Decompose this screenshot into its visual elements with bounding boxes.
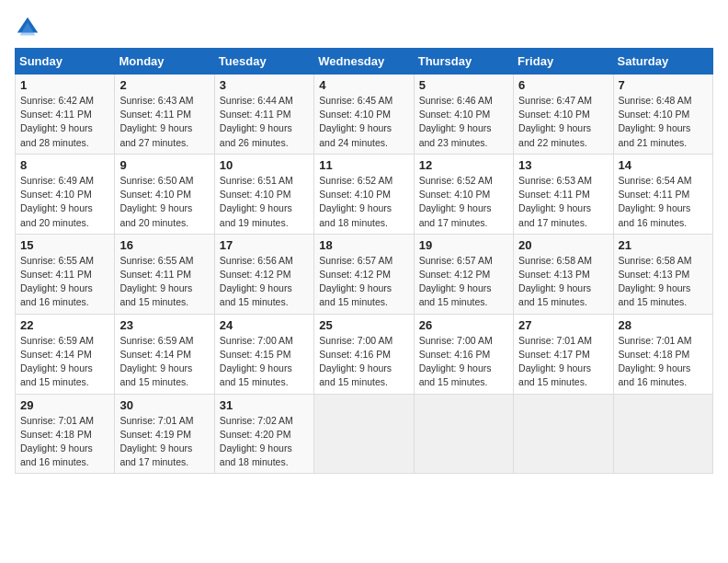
- day-number: 17: [220, 238, 309, 252]
- day-number: 23: [119, 318, 209, 332]
- header-tuesday: Tuesday: [214, 49, 313, 75]
- calendar-cell: 8Sunrise: 6:49 AMSunset: 4:10 PMDaylight…: [16, 154, 115, 234]
- day-info: Sunrise: 6:56 AMSunset: 4:12 PMDaylight:…: [220, 254, 309, 310]
- day-info: Sunrise: 6:47 AMSunset: 4:10 PMDaylight:…: [518, 94, 608, 150]
- calendar-cell: 26Sunrise: 7:00 AMSunset: 4:16 PMDayligh…: [414, 314, 513, 394]
- day-number: 30: [119, 398, 209, 412]
- day-number: 2: [119, 78, 209, 92]
- day-info: Sunrise: 6:55 AMSunset: 4:11 PMDaylight:…: [20, 254, 109, 310]
- calendar-cell: 22Sunrise: 6:59 AMSunset: 4:14 PMDayligh…: [16, 314, 115, 394]
- day-info: Sunrise: 7:01 AMSunset: 4:19 PMDaylight:…: [119, 414, 209, 470]
- calendar-cell: 30Sunrise: 7:01 AMSunset: 4:19 PMDayligh…: [115, 394, 214, 474]
- day-number: 31: [220, 398, 309, 412]
- calendar-cell: 24Sunrise: 7:00 AMSunset: 4:15 PMDayligh…: [214, 314, 313, 394]
- header-saturday: Saturday: [613, 49, 712, 75]
- calendar-cell: [414, 394, 513, 474]
- day-info: Sunrise: 6:49 AMSunset: 4:10 PMDaylight:…: [20, 174, 109, 230]
- day-number: 24: [220, 318, 309, 332]
- day-number: 26: [419, 318, 508, 332]
- calendar-cell: 7Sunrise: 6:48 AMSunset: 4:10 PMDaylight…: [613, 75, 712, 155]
- calendar-cell: 4Sunrise: 6:45 AMSunset: 4:10 PMDaylight…: [314, 75, 414, 155]
- calendar-cell: 3Sunrise: 6:44 AMSunset: 4:11 PMDaylight…: [214, 75, 313, 155]
- day-info: Sunrise: 6:57 AMSunset: 4:12 PMDaylight:…: [419, 254, 508, 310]
- header-thursday: Thursday: [414, 49, 513, 75]
- calendar-cell: 23Sunrise: 6:59 AMSunset: 4:14 PMDayligh…: [115, 314, 214, 394]
- day-info: Sunrise: 6:54 AMSunset: 4:11 PMDaylight:…: [619, 174, 708, 230]
- calendar-cell: 28Sunrise: 7:01 AMSunset: 4:18 PMDayligh…: [613, 314, 712, 394]
- day-info: Sunrise: 6:43 AMSunset: 4:11 PMDaylight:…: [119, 94, 209, 150]
- calendar-cell: 20Sunrise: 6:58 AMSunset: 4:13 PMDayligh…: [514, 234, 613, 314]
- header-sunday: Sunday: [16, 49, 115, 75]
- day-number: 14: [619, 158, 708, 172]
- calendar-cell: 6Sunrise: 6:47 AMSunset: 4:10 PMDaylight…: [514, 75, 613, 155]
- calendar-cell: 13Sunrise: 6:53 AMSunset: 4:11 PMDayligh…: [514, 154, 613, 234]
- header-wednesday: Wednesday: [314, 49, 414, 75]
- calendar-table: SundayMondayTuesdayWednesdayThursdayFrid…: [15, 48, 713, 474]
- calendar-cell: 19Sunrise: 6:57 AMSunset: 4:12 PMDayligh…: [414, 234, 513, 314]
- day-info: Sunrise: 6:45 AMSunset: 4:10 PMDaylight:…: [319, 94, 408, 150]
- calendar-cell: 5Sunrise: 6:46 AMSunset: 4:10 PMDaylight…: [414, 75, 513, 155]
- calendar-cell: 31Sunrise: 7:02 AMSunset: 4:20 PMDayligh…: [214, 394, 313, 474]
- day-info: Sunrise: 6:58 AMSunset: 4:13 PMDaylight:…: [518, 254, 608, 310]
- day-number: 5: [419, 78, 508, 92]
- day-info: Sunrise: 6:59 AMSunset: 4:14 PMDaylight:…: [119, 334, 209, 390]
- day-number: 27: [518, 318, 608, 332]
- calendar-cell: 21Sunrise: 6:58 AMSunset: 4:13 PMDayligh…: [613, 234, 712, 314]
- calendar-week-5: 29Sunrise: 7:01 AMSunset: 4:18 PMDayligh…: [16, 394, 713, 474]
- calendar-cell: 1Sunrise: 6:42 AMSunset: 4:11 PMDaylight…: [16, 75, 115, 155]
- day-number: 6: [518, 78, 608, 92]
- calendar-cell: 27Sunrise: 7:01 AMSunset: 4:17 PMDayligh…: [514, 314, 613, 394]
- day-number: 3: [220, 78, 309, 92]
- page-header: [15, 15, 713, 40]
- logo: [15, 15, 44, 40]
- day-number: 8: [20, 158, 109, 172]
- calendar-cell: 11Sunrise: 6:52 AMSunset: 4:10 PMDayligh…: [314, 154, 414, 234]
- day-number: 25: [319, 318, 408, 332]
- day-info: Sunrise: 7:01 AMSunset: 4:17 PMDaylight:…: [518, 334, 608, 390]
- calendar-cell: 12Sunrise: 6:52 AMSunset: 4:10 PMDayligh…: [414, 154, 513, 234]
- calendar-week-2: 8Sunrise: 6:49 AMSunset: 4:10 PMDaylight…: [16, 154, 713, 234]
- calendar-cell: 18Sunrise: 6:57 AMSunset: 4:12 PMDayligh…: [314, 234, 414, 314]
- day-number: 11: [319, 158, 408, 172]
- day-info: Sunrise: 6:52 AMSunset: 4:10 PMDaylight:…: [319, 174, 408, 230]
- day-info: Sunrise: 6:44 AMSunset: 4:11 PMDaylight:…: [220, 94, 309, 150]
- header-friday: Friday: [514, 49, 613, 75]
- day-number: 1: [20, 78, 109, 92]
- day-info: Sunrise: 7:01 AMSunset: 4:18 PMDaylight:…: [619, 334, 708, 390]
- day-info: Sunrise: 6:51 AMSunset: 4:10 PMDaylight:…: [220, 174, 309, 230]
- calendar-cell: [314, 394, 414, 474]
- day-info: Sunrise: 7:00 AMSunset: 4:15 PMDaylight:…: [220, 334, 309, 390]
- day-info: Sunrise: 7:00 AMSunset: 4:16 PMDaylight:…: [419, 334, 508, 390]
- day-info: Sunrise: 6:59 AMSunset: 4:14 PMDaylight:…: [20, 334, 109, 390]
- calendar-cell: 16Sunrise: 6:55 AMSunset: 4:11 PMDayligh…: [115, 234, 214, 314]
- day-number: 18: [319, 238, 408, 252]
- logo-icon: [15, 15, 40, 40]
- day-number: 22: [20, 318, 109, 332]
- day-number: 10: [220, 158, 309, 172]
- calendar-cell: 15Sunrise: 6:55 AMSunset: 4:11 PMDayligh…: [16, 234, 115, 314]
- day-number: 19: [419, 238, 508, 252]
- day-number: 4: [319, 78, 408, 92]
- day-info: Sunrise: 6:52 AMSunset: 4:10 PMDaylight:…: [419, 174, 508, 230]
- day-number: 28: [619, 318, 708, 332]
- calendar-header-row: SundayMondayTuesdayWednesdayThursdayFrid…: [16, 49, 713, 75]
- day-number: 29: [20, 398, 109, 412]
- day-info: Sunrise: 7:02 AMSunset: 4:20 PMDaylight:…: [220, 414, 309, 470]
- calendar-cell: 29Sunrise: 7:01 AMSunset: 4:18 PMDayligh…: [16, 394, 115, 474]
- calendar-cell: 25Sunrise: 7:00 AMSunset: 4:16 PMDayligh…: [314, 314, 414, 394]
- day-info: Sunrise: 6:53 AMSunset: 4:11 PMDaylight:…: [518, 174, 608, 230]
- day-number: 9: [119, 158, 209, 172]
- day-number: 20: [518, 238, 608, 252]
- calendar-cell: 9Sunrise: 6:50 AMSunset: 4:10 PMDaylight…: [115, 154, 214, 234]
- day-info: Sunrise: 7:00 AMSunset: 4:16 PMDaylight:…: [319, 334, 408, 390]
- day-number: 12: [419, 158, 508, 172]
- calendar-week-4: 22Sunrise: 6:59 AMSunset: 4:14 PMDayligh…: [16, 314, 713, 394]
- day-number: 15: [20, 238, 109, 252]
- day-info: Sunrise: 6:55 AMSunset: 4:11 PMDaylight:…: [119, 254, 209, 310]
- calendar-week-3: 15Sunrise: 6:55 AMSunset: 4:11 PMDayligh…: [16, 234, 713, 314]
- calendar-week-1: 1Sunrise: 6:42 AMSunset: 4:11 PMDaylight…: [16, 75, 713, 155]
- calendar-cell: 14Sunrise: 6:54 AMSunset: 4:11 PMDayligh…: [613, 154, 712, 234]
- day-info: Sunrise: 6:50 AMSunset: 4:10 PMDaylight:…: [119, 174, 209, 230]
- calendar-cell: 17Sunrise: 6:56 AMSunset: 4:12 PMDayligh…: [214, 234, 313, 314]
- day-info: Sunrise: 6:42 AMSunset: 4:11 PMDaylight:…: [20, 94, 109, 150]
